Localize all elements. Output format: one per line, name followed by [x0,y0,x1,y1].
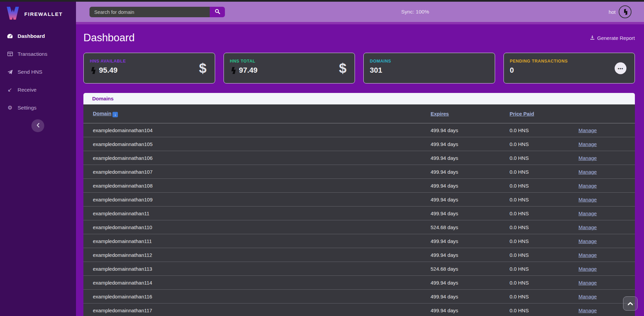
sidebar-item-label: Dashboard [18,33,45,39]
wallet-name: hot [609,9,616,15]
manage-link[interactable]: Manage [578,197,635,202]
card-label: HNS TOTAL [230,59,355,64]
domains-panel-title: Domains [83,93,635,104]
arrow-down-left-icon: ↙ [7,87,13,93]
domain-cell: exampledomainnathan111 [93,238,431,244]
topbar: Sync: 100% hot [76,2,644,24]
table-row: exampledomainnathan112 499.94 days 0.0 H… [83,248,635,262]
price-cell: 0.0 HNS [510,252,578,258]
sync-status: Sync: 100% [401,2,429,22]
sidebar-item-label: Send HNS [18,69,42,75]
domain-cell: exampledomainnathan114 [93,280,431,286]
search-button[interactable] [210,7,225,17]
manage-link[interactable]: Manage [578,183,635,189]
firewallet-w-logo-icon [6,6,20,22]
manage-link[interactable]: Manage [578,266,635,272]
download-icon [590,35,595,41]
manage-link[interactable]: Manage [578,141,635,147]
window-top-strip [0,0,644,2]
price-cell: 0.0 HNS [510,169,578,175]
table-row: exampledomainnathan105 499.94 days 0.0 H… [83,137,635,151]
generate-report-button[interactable]: Generate Report [590,35,635,41]
price-cell: 0.0 HNS [510,224,578,230]
price-cell: 0.0 HNS [510,183,578,189]
table-row: exampledomainnathan109 499.94 days 0.0 H… [83,193,635,206]
column-header-price-paid[interactable]: Price Paid [510,111,578,117]
hns-logo-icon [90,67,96,74]
expires-cell: 499.94 days [431,238,510,244]
generate-report-label: Generate Report [597,35,635,41]
card-hns-available: HNS AVAILABLE 95.49 $ [83,53,215,83]
table-row: exampledomainnathan113 524.68 days 0.0 H… [83,262,635,276]
sidebar-nav: Dashboard Transactions Send HNS ↙ Rece [0,27,76,117]
domain-search [89,7,225,17]
domain-cell: exampledomainnathan117 [93,308,431,313]
manage-link[interactable]: Manage [578,252,635,258]
card-value: 301 [370,66,382,75]
sidebar-item-dashboard[interactable]: Dashboard [0,27,76,45]
ellipsis-icon[interactable]: ••• [615,62,626,74]
card-label: DOMAINS [370,59,495,64]
expires-cell: 499.94 days [431,155,510,161]
magnifier-icon [215,9,220,15]
table-row: exampledomainnathan114 499.94 days 0.0 H… [83,276,635,290]
brand-name: FIREWALLET [24,11,63,17]
domain-cell: exampledomainnathan116 [93,294,431,299]
manage-link[interactable]: Manage [578,238,635,244]
price-cell: 0.0 HNS [510,141,578,147]
price-cell: 0.0 HNS [510,211,578,216]
search-input[interactable] [89,7,210,17]
hns-logo-icon [230,67,236,74]
manage-link[interactable]: Manage [578,169,635,175]
expires-cell: 499.94 days [431,127,510,133]
sidebar-item-label: Receive [18,87,36,93]
manage-link[interactable]: Manage [578,155,635,161]
expires-cell: 499.94 days [431,308,510,313]
manage-link[interactable]: Manage [578,280,635,286]
domains-panel: Domains Domain↓ Expires Price Paid examp… [83,93,635,316]
handshake-logo-icon[interactable] [619,5,632,18]
sidebar-collapse-button[interactable] [31,119,44,132]
table-row: exampledomainnathan116 499.94 days 0.0 H… [83,290,635,303]
manage-link[interactable]: Manage [578,224,635,230]
domains-table-body: exampledomainnathan104 499.94 days 0.0 H… [83,123,635,316]
stat-cards: HNS AVAILABLE 95.49 $ HNS TOTAL 97.49 $ … [83,53,635,83]
card-value: 0 [510,66,514,75]
table-row: exampledomainnathan11 499.94 days 0.0 HN… [83,206,635,220]
expires-cell: 499.94 days [431,169,510,175]
sidebar-item-send-hns[interactable]: Send HNS [0,63,76,81]
table-row: exampledomainnathan110 524.68 days 0.0 H… [83,220,635,234]
sidebar-item-transactions[interactable]: Transactions [0,45,76,63]
price-cell: 0.0 HNS [510,238,578,244]
manage-link[interactable]: Manage [578,127,635,133]
table-row: exampledomainnathan117 499.94 days 0.0 H… [83,303,635,316]
column-header-expires[interactable]: Expires [431,111,510,117]
page-title: Dashboard [83,32,135,44]
price-cell: 0.0 HNS [510,197,578,202]
domain-cell: exampledomainnathan112 [93,252,431,258]
expires-cell: 524.68 days [431,266,510,272]
expires-cell: 499.94 days [431,252,510,258]
table-row: exampledomainnathan104 499.94 days 0.0 H… [83,123,635,137]
column-header-domain[interactable]: Domain [93,111,111,116]
domains-table-header: Domain↓ Expires Price Paid [83,104,635,123]
table-row: exampledomainnathan106 499.94 days 0.0 H… [83,151,635,165]
card-domains: DOMAINS 301 [363,53,495,83]
chevron-left-icon [36,123,40,129]
manage-link[interactable]: Manage [578,211,635,216]
sidebar: FIREWALLET Dashboard Transactions [0,0,76,316]
sidebar-item-settings[interactable]: ⚙ Settings [0,99,76,117]
card-hns-total: HNS TOTAL 97.49 $ [224,53,355,83]
scroll-to-top-button[interactable] [623,296,638,311]
table-row: exampledomainnathan111 499.94 days 0.0 H… [83,234,635,248]
sidebar-item-label: Transactions [18,51,47,57]
tachometer-icon [7,33,13,39]
domain-cell: exampledomainnathan110 [93,224,431,230]
paper-plane-icon [7,70,13,74]
card-value: 95.49 [99,66,118,75]
dollar-sign-icon: $ [199,60,206,75]
domain-cell: exampledomainnathan107 [93,169,431,175]
sidebar-item-receive[interactable]: ↙ Receive [0,81,76,99]
card-label: HNS AVAILABLE [90,59,215,64]
domain-cell: exampledomainnathan106 [93,155,431,161]
